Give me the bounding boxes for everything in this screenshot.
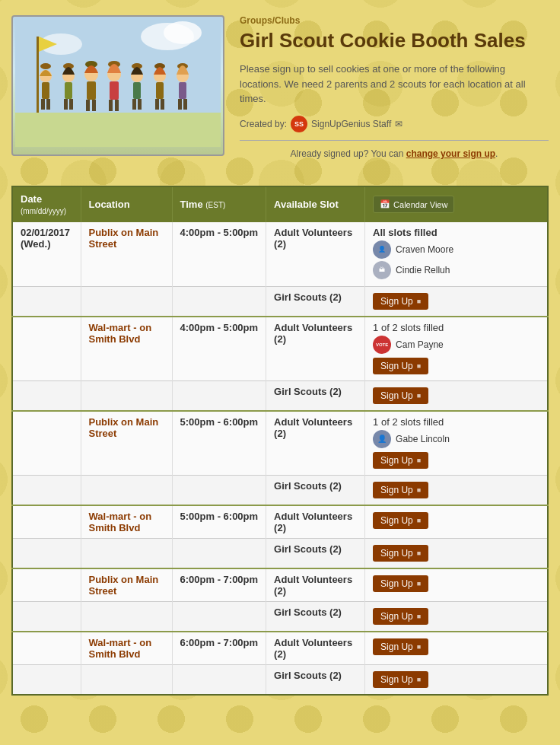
table-row: 02/01/2017(Wed.)Publix on Main Street4:0… (12, 222, 548, 287)
location-cell (81, 601, 172, 632)
th-date: Date (mm/dd/yyyy) (12, 186, 81, 222)
th-location: Location (81, 186, 172, 222)
location-cell (81, 380, 172, 411)
table-row: Wal-mart - on Smith Blvd6:00pm - 7:00pmA… (12, 632, 548, 665)
email-icon[interactable]: ✉ (395, 119, 402, 129)
slot-name-cell: Girl Scouts (2) (266, 664, 365, 695)
svg-rect-25 (109, 100, 113, 111)
svg-rect-29 (133, 82, 141, 99)
status-cell: All slots filled 👤 Craven Moore 🏔 Cindie… (365, 222, 548, 287)
status-cell: Sign Up (365, 601, 548, 632)
calendar-view-button[interactable]: 📅 Calendar View (373, 196, 454, 213)
signup-button[interactable]: Sign Up (373, 358, 428, 374)
created-by-section: Created by: SS SignUpGenius Staff ✉ (240, 116, 549, 141)
breadcrumb: Groups/Clubs (240, 15, 549, 26)
all-slots-filled-label: All slots filled (373, 227, 539, 238)
date-format: (mm/dd/yyyy) (21, 207, 66, 215)
table-row: Girl Scouts (2)Sign Up (12, 475, 548, 505)
signed-up-user: 👤 Craven Moore (373, 240, 539, 259)
date-cell (12, 475, 81, 505)
date-cell (12, 632, 81, 665)
date-cell (12, 568, 81, 602)
created-by-label: Created by: (240, 119, 287, 129)
signup-button[interactable]: Sign Up (373, 608, 428, 625)
svg-rect-41 (183, 99, 187, 110)
location-cell (81, 475, 172, 505)
location-cell: Wal-mart - on Smith Blvd (81, 317, 172, 381)
date-cell (12, 411, 81, 476)
signup-table: Date (mm/dd/yyyy) Location Time (EST) Av… (11, 186, 549, 696)
svg-rect-30 (132, 99, 136, 110)
th-time: Time (EST) (172, 186, 266, 222)
slot-name-cell: Adult Volunteers (2) (266, 222, 365, 287)
time-cell: 6:00pm - 7:00pm (172, 632, 266, 665)
svg-rect-15 (64, 99, 68, 110)
hero-image (11, 15, 224, 156)
svg-rect-16 (69, 99, 73, 110)
user-name: Gabe Lincoln (396, 434, 450, 444)
table-row: Girl Scouts (2)Sign Up (12, 664, 548, 695)
time-cell: 4:00pm - 5:00pm (172, 317, 266, 381)
slot-name-cell: Girl Scouts (2) (266, 475, 365, 505)
time-sub: (EST) (205, 201, 225, 209)
signup-button[interactable]: Sign Up (373, 575, 428, 592)
signup-button[interactable]: Sign Up (373, 387, 428, 404)
partial-slots-label: 1 of 2 slots filled (373, 322, 539, 333)
table-header-row: Date (mm/dd/yyyy) Location Time (EST) Av… (12, 186, 548, 222)
status-cell: Sign Up (365, 286, 548, 317)
svg-rect-26 (115, 100, 119, 111)
signup-button[interactable]: Sign Up (373, 293, 428, 310)
location-cell (81, 538, 172, 568)
signup-button[interactable]: Sign Up (373, 482, 428, 498)
status-cell: 1 of 2 slots filled VOTE Cam Payne Sign … (365, 317, 548, 381)
user-name: Cam Payne (396, 339, 444, 350)
table-body: 02/01/2017(Wed.)Publix on Main Street4:0… (12, 222, 548, 695)
header-content: Groups/Clubs Girl Scout Cookie Booth Sal… (240, 15, 549, 170)
table-row: Girl Scouts (2)Sign Up (12, 538, 548, 568)
slot-name-cell: Girl Scouts (2) (266, 380, 365, 411)
svg-rect-40 (178, 99, 182, 110)
status-cell: Sign Up (365, 664, 548, 695)
status-cell: Sign Up (365, 380, 548, 411)
location-cell: Wal-mart - on Smith Blvd (81, 632, 172, 665)
table-row: Wal-mart - on Smith Blvd5:00pm - 6:00pmA… (12, 505, 548, 539)
svg-rect-24 (110, 81, 119, 100)
time-cell (172, 538, 266, 568)
svg-rect-1 (15, 113, 221, 147)
svg-rect-36 (161, 99, 164, 110)
time-cell (172, 286, 266, 317)
user-avatar: 🏔 (373, 261, 391, 279)
table-row: Wal-mart - on Smith Blvd4:00pm - 5:00pmA… (12, 317, 548, 381)
signup-button[interactable]: Sign Up (373, 452, 428, 469)
status-cell: Sign Up (365, 505, 548, 539)
signup-button[interactable]: Sign Up (373, 671, 428, 688)
table-row: Girl Scouts (2)Sign Up (12, 286, 548, 317)
svg-rect-8 (40, 63, 51, 69)
creator-avatar: SS (291, 116, 307, 132)
location-cell: Publix on Main Street (81, 568, 172, 602)
signed-up-user: 👤 Gabe Lincoln (373, 430, 539, 448)
table-row: Publix on Main Street6:00pm - 7:00pmAdul… (12, 568, 548, 602)
svg-rect-20 (86, 100, 90, 111)
svg-rect-14 (65, 82, 72, 99)
signup-button[interactable]: Sign Up (373, 545, 428, 562)
signed-up-user: 🏔 Cindie Relluh (373, 261, 539, 279)
page-title: Girl Scout Cookie Booth Sales (240, 29, 549, 53)
change-signup-link[interactable]: change your sign up (406, 148, 495, 159)
signed-up-user: VOTE Cam Payne (373, 336, 539, 354)
status-cell: Sign Up (365, 475, 548, 505)
table-row: Girl Scouts (2)Sign Up (12, 601, 548, 632)
status-cell: Sign Up (365, 538, 548, 568)
svg-rect-10 (41, 99, 45, 110)
date-cell (12, 317, 81, 381)
date-cell (12, 380, 81, 411)
slot-name-cell: Adult Volunteers (2) (266, 632, 365, 665)
th-calendar: 📅 Calendar View (365, 186, 548, 222)
location-cell: Wal-mart - on Smith Blvd (81, 505, 172, 539)
scouts-illustration (15, 15, 221, 147)
slot-name-cell: Adult Volunteers (2) (266, 411, 365, 476)
date-cell (12, 664, 81, 695)
signup-button[interactable]: Sign Up (373, 638, 428, 655)
svg-rect-5 (37, 37, 39, 113)
signup-button[interactable]: Sign Up (373, 512, 428, 529)
